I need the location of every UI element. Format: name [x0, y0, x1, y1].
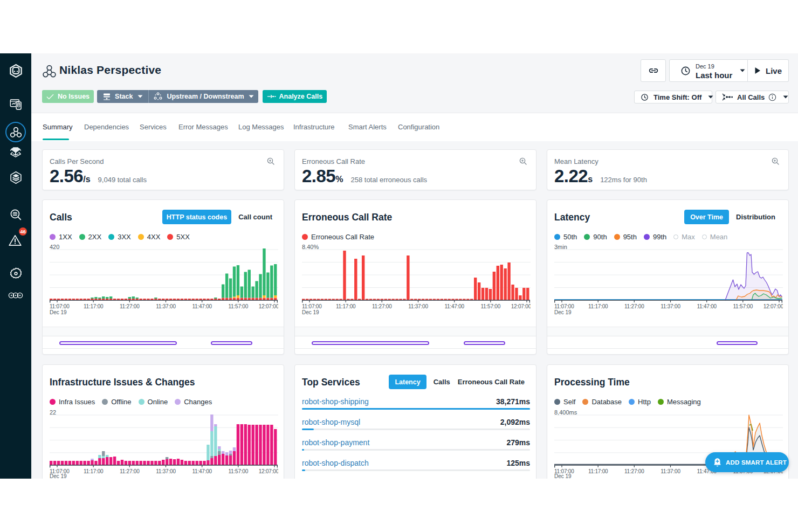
svg-text:11:27:00: 11:27:00 [624, 303, 644, 309]
svg-text:11:17:00: 11:17:00 [84, 303, 104, 309]
svg-text:11:17:00: 11:17:00 [588, 303, 608, 309]
svg-text:11:37:00: 11:37:00 [661, 303, 680, 309]
svg-text:11:17:00: 11:17:00 [84, 468, 104, 474]
svg-text:11:27:00: 11:27:00 [624, 468, 644, 474]
svg-text:Dec 19: Dec 19 [50, 473, 67, 479]
svg-text:12:07:00: 12:07:00 [763, 303, 783, 309]
svg-text:11:57:00: 11:57:00 [481, 303, 501, 309]
svg-text:Dec 19: Dec 19 [554, 309, 572, 315]
svg-text:11:07:00: 11:07:00 [50, 303, 70, 309]
svg-text:11:47:00: 11:47:00 [697, 303, 717, 309]
svg-text:11:57:00: 11:57:00 [733, 303, 753, 309]
svg-text:11:37:00: 11:37:00 [408, 303, 428, 309]
svg-text:Dec 19: Dec 19 [50, 309, 67, 315]
svg-text:Dec 19: Dec 19 [554, 473, 572, 479]
svg-text:12:07:00: 12:07:00 [259, 303, 278, 309]
svg-text:11:27:00: 11:27:00 [120, 303, 140, 309]
svg-text:11:27:00: 11:27:00 [120, 468, 140, 474]
svg-text:11:37:00: 11:37:00 [661, 468, 680, 474]
svg-text:12:07:00: 12:07:00 [511, 303, 531, 309]
svg-text:11:37:00: 11:37:00 [156, 303, 176, 309]
svg-text:11:47:00: 11:47:00 [192, 303, 212, 309]
svg-text:11:07:00: 11:07:00 [554, 303, 574, 309]
svg-text:11:07:00: 11:07:00 [302, 303, 322, 309]
svg-text:11:57:00: 11:57:00 [229, 303, 249, 309]
svg-text:11:57:00: 11:57:00 [229, 468, 249, 474]
svg-text:11:37:00: 11:37:00 [156, 468, 176, 474]
svg-text:Dec 19: Dec 19 [302, 309, 319, 315]
svg-text:11:27:00: 11:27:00 [372, 303, 392, 309]
svg-text:12:07:00: 12:07:00 [259, 468, 278, 474]
svg-text:11:17:00: 11:17:00 [336, 303, 356, 309]
svg-text:11:17:00: 11:17:00 [588, 468, 608, 474]
svg-text:11:47:00: 11:47:00 [444, 303, 464, 309]
svg-text:11:47:00: 11:47:00 [192, 468, 212, 474]
